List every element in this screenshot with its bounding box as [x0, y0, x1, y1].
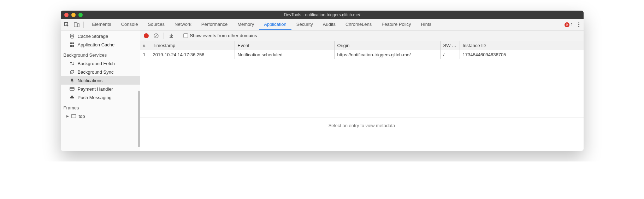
frames-top-label: top — [79, 114, 85, 119]
tab-performance[interactable]: Performance — [196, 19, 232, 30]
separator — [164, 33, 164, 39]
inspect-element-icon[interactable] — [64, 22, 70, 28]
svg-rect-2 — [77, 24, 79, 27]
more-menu-button[interactable] — [577, 21, 581, 28]
sidebar-item-background-sync[interactable]: Background Sync — [61, 68, 140, 76]
bell-icon — [69, 78, 75, 83]
sidebar-item-application-cache[interactable]: Application Cache — [61, 40, 140, 49]
download-button[interactable] — [168, 33, 175, 39]
sync-icon — [69, 69, 75, 75]
sidebar-item-label: Notifications — [78, 78, 103, 83]
window-title: DevTools - notification-triggers.glitch.… — [61, 12, 584, 17]
close-window-button[interactable] — [64, 13, 69, 17]
col-header-timestamp[interactable]: Timestamp — [150, 41, 235, 50]
svg-rect-7 — [72, 45, 74, 47]
frame-icon — [71, 113, 77, 119]
application-sidebar: Cache StorageApplication Cache Backgroun… — [61, 30, 140, 151]
sidebar-item-label: Background Sync — [78, 69, 114, 75]
content-area: Show events from other domains # Timesta… — [140, 30, 584, 151]
col-header-number[interactable]: # — [140, 41, 150, 50]
svg-rect-5 — [72, 42, 74, 44]
record-button[interactable] — [144, 33, 149, 38]
checkbox-icon — [183, 33, 188, 38]
svg-point-8 — [71, 81, 72, 82]
svg-rect-4 — [70, 42, 72, 44]
sidebar-item-background-fetch[interactable]: Background Fetch — [61, 59, 140, 68]
table-header-row: # Timestamp Event Origin SW … Instance I… — [140, 41, 584, 50]
tab-sources[interactable]: Sources — [143, 19, 170, 30]
error-icon: ✕ — [565, 22, 569, 27]
database-icon — [69, 33, 75, 39]
disclosure-triangle-icon: ▶ — [66, 114, 69, 118]
panel-tabs: ElementsConsoleSourcesNetworkPerformance… — [87, 19, 437, 30]
col-header-event[interactable]: Event — [235, 41, 335, 50]
tab-security[interactable]: Security — [291, 19, 318, 30]
svg-rect-6 — [70, 45, 72, 47]
col-header-sw-scope[interactable]: SW … — [441, 41, 460, 50]
cell-event: Notification scheduled — [235, 50, 335, 59]
sidebar-item-label: Background Fetch — [78, 61, 115, 66]
cell-timestamp: 2019-10-24 14:17:36.256 — [150, 50, 235, 59]
cell-number: 1 — [140, 50, 150, 59]
updown-icon — [69, 61, 75, 66]
clear-button[interactable] — [153, 33, 159, 39]
svg-rect-9 — [70, 87, 74, 90]
error-indicator[interactable]: ✕ 1 — [565, 22, 573, 27]
sidebar-item-label: Application Cache — [78, 42, 115, 47]
sidebar-item-push-messaging[interactable]: Push Messaging — [61, 93, 140, 102]
panel-tabs-bar: ElementsConsoleSourcesNetworkPerformance… — [61, 19, 584, 30]
tab-audits[interactable]: Audits — [318, 19, 341, 30]
cloud-icon — [69, 95, 75, 100]
table-body: 12019-10-24 14:17:36.256Notification sch… — [140, 50, 584, 118]
frames-top-item[interactable]: ▶ top — [61, 112, 140, 120]
show-other-domains-checkbox[interactable]: Show events from other domains — [183, 33, 257, 38]
maximize-window-button[interactable] — [78, 13, 83, 17]
device-toolbar-icon[interactable] — [73, 22, 80, 28]
col-header-origin[interactable]: Origin — [335, 41, 441, 50]
tab-network[interactable]: Network — [170, 19, 196, 30]
sidebar-item-cache-storage[interactable]: Cache Storage — [61, 32, 140, 40]
grid-icon — [69, 42, 75, 47]
sidebar-section-frames: Frames — [61, 102, 140, 112]
svg-rect-11 — [72, 114, 76, 118]
svg-line-13 — [155, 34, 158, 37]
sidebar-section-background-services: Background Services — [61, 49, 140, 59]
tab-feature-policy[interactable]: Feature Policy — [377, 19, 416, 30]
events-toolbar: Show events from other domains — [140, 30, 584, 41]
table-row[interactable]: 12019-10-24 14:17:36.256Notification sch… — [140, 50, 584, 59]
tab-memory[interactable]: Memory — [232, 19, 259, 30]
sidebar-item-notifications[interactable]: Notifications — [61, 76, 140, 85]
events-table: # Timestamp Event Origin SW … Instance I… — [140, 41, 584, 118]
error-count: 1 — [571, 22, 573, 27]
main-area: Cache StorageApplication Cache Backgroun… — [61, 30, 584, 151]
tab-chromelens[interactable]: ChromeLens — [341, 19, 377, 30]
sidebar-item-label: Push Messaging — [78, 95, 112, 100]
sidebar-item-payment-handler[interactable]: Payment Handler — [61, 85, 140, 93]
cell-instance-id: 17348446094636705 — [460, 50, 584, 59]
titlebar: DevTools - notification-triggers.glitch.… — [61, 11, 584, 19]
col-header-instance-id[interactable]: Instance ID — [460, 41, 584, 50]
detail-placeholder: Select an entry to view metadata — [140, 118, 584, 133]
show-other-domains-label: Show events from other domains — [190, 33, 257, 38]
svg-point-3 — [70, 34, 74, 35]
cell-sw-scope: / — [441, 50, 460, 59]
tab-console[interactable]: Console — [116, 19, 143, 30]
devtools-window: DevTools - notification-triggers.glitch.… — [61, 11, 584, 151]
card-icon — [69, 86, 75, 92]
tab-application[interactable]: Application — [259, 19, 291, 30]
sidebar-item-label: Payment Handler — [78, 86, 113, 92]
separator — [179, 33, 179, 39]
minimize-window-button[interactable] — [71, 13, 76, 17]
traffic-lights — [64, 13, 83, 17]
svg-rect-1 — [74, 23, 77, 27]
cell-origin: https://notification-triggers.glitch.me/ — [335, 50, 441, 59]
tab-elements[interactable]: Elements — [87, 19, 116, 30]
sidebar-item-label: Cache Storage — [78, 34, 108, 39]
tab-hints[interactable]: Hints — [416, 19, 436, 30]
